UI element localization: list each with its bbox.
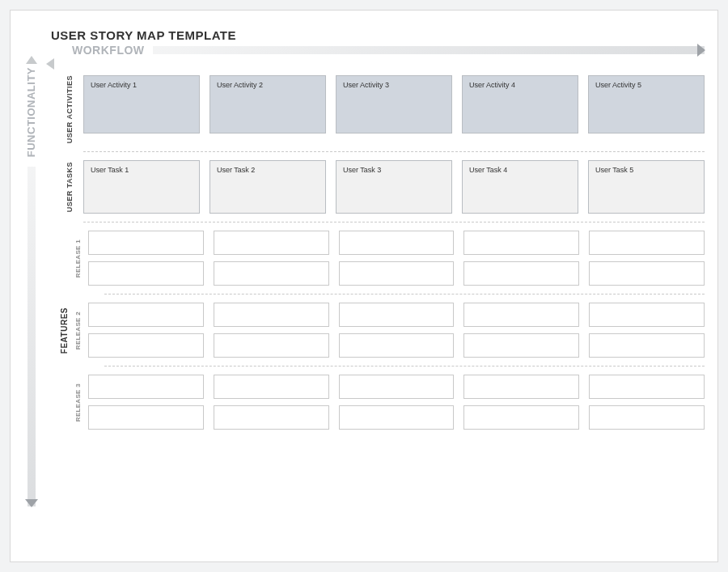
feature-card[interactable] bbox=[88, 375, 204, 399]
feature-card[interactable] bbox=[589, 303, 705, 327]
feature-card[interactable] bbox=[88, 261, 204, 286]
user-activity-card[interactable]: User Activity 2 bbox=[210, 75, 326, 133]
release-block: RELEASE 2 bbox=[67, 303, 705, 358]
feature-card[interactable] bbox=[339, 303, 455, 327]
user-activity-card[interactable]: User Activity 1 bbox=[83, 75, 200, 133]
feature-card[interactable] bbox=[88, 333, 204, 358]
feature-card[interactable] bbox=[214, 333, 329, 358]
workflow-axis: WORKFLOW bbox=[72, 44, 705, 57]
feature-card[interactable] bbox=[463, 231, 579, 255]
feature-card[interactable] bbox=[463, 333, 579, 358]
release-label: RELEASE 1 bbox=[67, 231, 88, 286]
workflow-arrow-tail bbox=[46, 58, 54, 70]
feature-card[interactable] bbox=[589, 405, 705, 430]
user-activity-card[interactable]: User Activity 4 bbox=[462, 75, 578, 133]
feature-card[interactable] bbox=[339, 261, 455, 286]
user-activities-band: USER ACTIVITIES User Activity 1 User Act… bbox=[56, 75, 705, 143]
feature-card[interactable] bbox=[339, 375, 455, 399]
functionality-arrow-tail bbox=[26, 56, 37, 64]
feature-card[interactable] bbox=[339, 231, 455, 255]
section-divider bbox=[83, 222, 705, 222]
release-label: RELEASE 3 bbox=[67, 375, 88, 430]
functionality-arrow-icon bbox=[28, 167, 36, 506]
user-tasks-label: USER TASKS bbox=[56, 160, 83, 214]
feature-card[interactable] bbox=[463, 261, 579, 286]
user-tasks-cards: User Task 1 User Task 2 User Task 3 User… bbox=[83, 160, 705, 214]
release-grid bbox=[88, 303, 705, 358]
feature-card[interactable] bbox=[589, 333, 705, 358]
user-activities-cards: User Activity 1 User Activity 2 User Act… bbox=[83, 75, 705, 143]
feature-card[interactable] bbox=[463, 303, 579, 327]
feature-card[interactable] bbox=[214, 375, 329, 399]
feature-card[interactable] bbox=[339, 405, 455, 430]
user-story-map-template: USER STORY MAP TEMPLATE WORKFLOW FUNCTIO… bbox=[10, 10, 718, 562]
release-divider bbox=[104, 366, 705, 367]
feature-card[interactable] bbox=[88, 303, 204, 327]
feature-card[interactable] bbox=[88, 405, 204, 430]
user-activity-card[interactable]: User Activity 3 bbox=[336, 75, 452, 133]
user-task-card[interactable]: User Task 5 bbox=[588, 160, 705, 214]
user-activities-label: USER ACTIVITIES bbox=[56, 75, 83, 143]
feature-card[interactable] bbox=[214, 231, 329, 255]
functionality-label: FUNCTIONALITY bbox=[25, 67, 37, 157]
release-grid bbox=[88, 231, 705, 286]
feature-card[interactable] bbox=[214, 261, 329, 286]
release-block: RELEASE 3 bbox=[67, 375, 705, 430]
release-divider bbox=[104, 294, 705, 294]
release-label: RELEASE 2 bbox=[67, 303, 88, 358]
section-divider bbox=[83, 151, 705, 152]
functionality-axis: FUNCTIONALITY bbox=[25, 56, 37, 506]
user-tasks-band: USER TASKS User Task 1 User Task 2 User … bbox=[56, 160, 705, 214]
feature-card[interactable] bbox=[589, 375, 705, 399]
feature-card[interactable] bbox=[589, 261, 705, 286]
release-grid bbox=[88, 375, 705, 430]
features-section: FEATURES RELEASE 1 bbox=[56, 231, 705, 430]
user-task-card[interactable]: User Task 2 bbox=[210, 160, 326, 214]
page-title: USER STORY MAP TEMPLATE bbox=[51, 28, 705, 42]
feature-card[interactable] bbox=[463, 405, 579, 430]
workflow-arrow-icon bbox=[153, 46, 705, 54]
releases-container: RELEASE 1 bbox=[67, 231, 705, 430]
feature-card[interactable] bbox=[88, 231, 204, 255]
user-task-card[interactable]: User Task 1 bbox=[83, 160, 200, 214]
workflow-label: WORKFLOW bbox=[72, 44, 145, 57]
feature-card[interactable] bbox=[589, 231, 705, 255]
user-activity-card[interactable]: User Activity 5 bbox=[588, 75, 705, 133]
release-block: RELEASE 1 bbox=[67, 231, 705, 286]
user-task-card[interactable]: User Task 4 bbox=[462, 160, 578, 214]
content-grid: USER ACTIVITIES User Activity 1 User Act… bbox=[56, 75, 705, 549]
feature-card[interactable] bbox=[214, 405, 329, 430]
feature-card[interactable] bbox=[463, 375, 579, 399]
feature-card[interactable] bbox=[214, 303, 329, 327]
user-task-card[interactable]: User Task 3 bbox=[336, 160, 452, 214]
feature-card[interactable] bbox=[339, 333, 455, 358]
